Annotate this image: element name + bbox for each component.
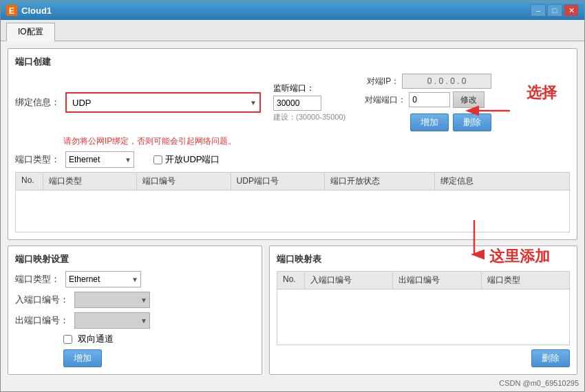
add-button[interactable]: 增加 bbox=[410, 113, 449, 131]
port-create-section: 端口创建 绑定信息： UDP TCP ▼ 监听端口： 建设：(30000-350… bbox=[8, 48, 577, 240]
arrow-down-icon bbox=[464, 220, 485, 263]
mth-port-type: 端口类型 bbox=[482, 272, 569, 289]
th-udp-port: UDP端口号 bbox=[231, 173, 325, 190]
bidirect-label: 双向通道 bbox=[78, 333, 114, 345]
window-title: Cloud1 bbox=[21, 6, 526, 16]
port-table-body bbox=[16, 190, 569, 232]
mapping-table-area: No. 入端口编号 出端口编号 端口类型 bbox=[277, 271, 570, 345]
annotation-xuanze: 选择 bbox=[526, 83, 557, 103]
mapping-table-header: No. 入端口编号 出端口编号 端口类型 bbox=[277, 272, 569, 290]
tab-bar: IO配置 bbox=[1, 20, 584, 41]
th-open-state: 端口开放状态 bbox=[325, 173, 435, 190]
peer-port-label: 对端端口： bbox=[365, 94, 406, 106]
peer-ip-display: 0 . 0 . 0 . 0 bbox=[402, 74, 491, 89]
annotation-add: 这里添加 bbox=[489, 246, 550, 267]
th-binding: 绑定信息 bbox=[435, 173, 569, 190]
content-area: 选择 这里添加 端口创建 绑定信息： UDP TCP bbox=[1, 41, 584, 391]
port-mapping-title: 端口映射设置 bbox=[15, 253, 255, 265]
mapping-port-type-row: 端口类型： Ethernet ▼ bbox=[15, 271, 255, 287]
mapping-port-type-select[interactable]: Ethernet bbox=[65, 271, 141, 287]
listen-input[interactable] bbox=[273, 96, 321, 111]
app-icon: E bbox=[6, 5, 17, 16]
mth-no: No. bbox=[277, 272, 305, 289]
mth-in-port: 入端口编号 bbox=[305, 272, 393, 289]
listen-label: 监听端口： bbox=[273, 83, 345, 94]
mapping-delete-button[interactable]: 删除 bbox=[531, 349, 570, 367]
window-controls: – □ ✕ bbox=[531, 4, 579, 17]
in-port-select[interactable] bbox=[74, 292, 150, 308]
port-type-select-wrapper: Ethernet ▼ bbox=[65, 151, 134, 168]
mapping-add-row: 增加 bbox=[63, 349, 255, 367]
csdn-watermark: CSDN @m0_69510295 bbox=[499, 379, 579, 387]
th-port-num: 端口编号 bbox=[137, 173, 231, 190]
bidirect-checkbox[interactable] bbox=[63, 335, 72, 344]
port-create-title: 端口创建 bbox=[15, 56, 570, 68]
mapping-delete-row: 删除 bbox=[277, 349, 570, 367]
th-no: No. bbox=[16, 173, 43, 190]
mapping-port-type-wrapper: Ethernet ▼ bbox=[65, 271, 141, 287]
peer-port-input[interactable] bbox=[409, 92, 450, 107]
in-port-label: 入端口编号： bbox=[15, 294, 69, 306]
warning-text: 请勿将公网IP绑定，否则可能会引起网络问题。 bbox=[63, 135, 570, 147]
minimize-button[interactable]: – bbox=[531, 4, 546, 17]
th-port-type: 端口类型 bbox=[43, 173, 137, 190]
binding-select[interactable]: UDP TCP bbox=[67, 94, 259, 111]
mapping-table-body bbox=[277, 290, 569, 345]
out-port-row: 出端口编号： ▼ bbox=[15, 312, 255, 329]
out-port-select[interactable] bbox=[74, 312, 150, 329]
open-udp-row: 开放UDP端口 bbox=[153, 153, 220, 166]
out-port-label: 出端口编号： bbox=[15, 314, 69, 327]
listen-hint: 建设：(30000-35000) bbox=[273, 112, 345, 122]
tab-io-config[interactable]: IO配置 bbox=[6, 23, 55, 41]
port-table: No. 端口类型 端口编号 UDP端口号 端口开放状态 绑定信息 bbox=[15, 172, 570, 232]
main-window: E Cloud1 – □ ✕ IO配置 选择 这里添加 bbox=[0, 0, 585, 392]
in-port-wrapper: ▼ bbox=[74, 292, 150, 308]
out-port-wrapper: ▼ bbox=[74, 312, 150, 329]
in-port-row: 入端口编号： ▼ bbox=[15, 292, 255, 308]
close-button[interactable]: ✕ bbox=[564, 4, 579, 17]
port-type-label: 端口类型： bbox=[15, 153, 60, 166]
port-mapping-section: 端口映射设置 端口类型： Ethernet ▼ 入端口编号： bbox=[8, 246, 262, 375]
mapping-add-button[interactable]: 增加 bbox=[63, 349, 102, 367]
listen-section: 监听端口： 建设：(30000-35000) bbox=[273, 83, 345, 122]
port-type-select[interactable]: Ethernet bbox=[65, 151, 134, 168]
peer-ip-label: 对端IP： bbox=[365, 76, 399, 87]
mth-out-port: 出端口编号 bbox=[393, 272, 481, 289]
port-type-row: 端口类型： Ethernet ▼ 开放UDP端口 bbox=[15, 151, 570, 168]
binding-label: 绑定信息： bbox=[15, 96, 60, 109]
table-header: No. 端口类型 端口编号 UDP端口号 端口开放状态 绑定信息 bbox=[16, 173, 569, 190]
open-udp-label: 开放UDP端口 bbox=[165, 153, 220, 166]
mapping-port-type-label: 端口类型： bbox=[15, 273, 60, 285]
open-udp-checkbox[interactable] bbox=[153, 155, 162, 164]
maximize-button[interactable]: □ bbox=[547, 4, 562, 17]
bidirect-row: 双向通道 bbox=[63, 333, 255, 345]
peer-ip-row: 对端IP： 0 . 0 . 0 . 0 bbox=[365, 74, 491, 89]
arrow-right-icon bbox=[462, 100, 517, 123]
binding-select-wrapper: UDP TCP ▼ bbox=[65, 92, 261, 113]
title-bar: E Cloud1 – □ ✕ bbox=[1, 1, 584, 20]
